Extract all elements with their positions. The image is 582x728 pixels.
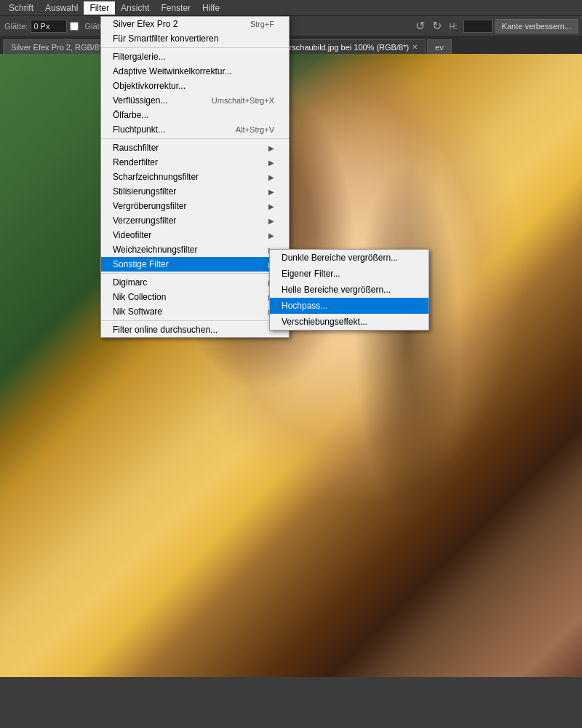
menu-item-label: Filter online durchsuchen... xyxy=(113,325,218,335)
menubar-item-hilfe[interactable]: Hilfe xyxy=(196,1,226,15)
rotate-left-icon[interactable]: ↺ xyxy=(415,19,425,33)
menu-item-label: Rauschfilter xyxy=(113,143,159,153)
tab-label: Silver Efex Pro 2, RGB/8* xyxy=(11,43,102,52)
submenu-arrow-icon: ▶ xyxy=(268,202,274,210)
menu-item-weichzeichnung[interactable]: Weichzeichnungsfilter ▶ xyxy=(101,242,289,257)
submenu-arrow-icon: ▶ xyxy=(268,217,274,225)
menu-item-smartfilter[interactable]: Für Smartfilter konvertieren xyxy=(101,31,289,46)
menu-item-label: Eigener Filter... xyxy=(282,269,340,279)
menu-item-label: Sonstige Filter xyxy=(113,259,169,269)
menubar: Schrift Auswahl Filter Ansicht Fenster H… xyxy=(0,0,582,16)
filter-menu: Silver Efex Pro 2 Strg+F Für Smartfilter… xyxy=(100,16,290,338)
menu-item-label: Für Smartfilter konvertieren xyxy=(113,33,218,44)
menu-item-label: Nik Software xyxy=(113,306,162,317)
menu-item-label: Verschiebungseffekt... xyxy=(282,317,367,327)
menu-item-vergrobern[interactable]: Vergröberungsfilter ▶ xyxy=(101,199,289,213)
menu-item-label: Fluchtpunkt... xyxy=(113,124,165,135)
menu-item-fluchtpunkt[interactable]: Fluchtpunkt... Alt+Strg+V xyxy=(101,122,289,137)
kante-verbessern-button[interactable]: Kante verbessern... xyxy=(495,19,578,33)
menu-item-objektiv[interactable]: Objektivkorrektur... xyxy=(101,79,289,93)
menu-item-label: Digimarc xyxy=(113,277,147,288)
menu-item-label: Ölfarbe... xyxy=(113,110,148,120)
menu-item-label: Silver Efex Pro 2 xyxy=(113,19,178,29)
menu-item-label: Dunkle Bereiche vergrößern... xyxy=(282,253,398,263)
separator-4 xyxy=(101,320,289,321)
h-label: H: xyxy=(450,22,458,31)
menu-item-silver-efex[interactable]: Silver Efex Pro 2 Strg+F xyxy=(101,17,289,31)
menu-item-stilisierung[interactable]: Stilisierungsfilter ▶ xyxy=(101,184,289,199)
glaette-checkbox[interactable] xyxy=(70,22,79,31)
menu-item-helle-bereiche[interactable]: Helle Bereiche vergrößern... xyxy=(270,282,428,298)
menu-item-label: Renderfilter xyxy=(113,157,158,167)
menu-item-label: Nik Collection xyxy=(113,292,166,302)
menu-item-label: Stilisierungsfilter xyxy=(113,186,176,197)
menu-item-digimarc[interactable]: Digimarc ▶ xyxy=(101,275,289,290)
tab-ev[interactable]: ev xyxy=(427,39,452,54)
menu-item-videofilter[interactable]: Videofilter ▶ xyxy=(101,228,289,242)
rotate-right-icon[interactable]: ↻ xyxy=(432,19,442,33)
menu-item-verfluessigen[interactable]: Verflüssigen... Umschalt+Strg+X xyxy=(101,93,289,108)
menu-item-hochpass[interactable]: Hochpass... xyxy=(270,298,428,314)
menu-item-verschiebungseffekt[interactable]: Verschiebungseffekt... xyxy=(270,314,428,330)
sonstige-submenu: Dunkle Bereiche vergrößern... Eigener Fi… xyxy=(269,249,429,331)
menu-item-dunkle-bereiche[interactable]: Dunkle Bereiche vergrößern... xyxy=(270,250,428,266)
toolbar: Glätte: Glättu ↺ ↻ H: Kante verbessern..… xyxy=(0,16,582,36)
menubar-item-fenster[interactable]: Fenster xyxy=(155,1,196,15)
h-input[interactable] xyxy=(463,20,493,33)
submenu-arrow-icon: ▶ xyxy=(268,144,274,152)
tabs-bar: Silver Efex Pro 2, RGB/8* ✕ DSC9740.NEF … xyxy=(0,36,582,54)
tab-vorschau[interactable]: Vorschaubild.jpg bei 100% (RGB/8*) ✕ xyxy=(272,39,426,54)
glaette-input[interactable] xyxy=(31,20,67,33)
menu-item-sonstige[interactable]: Sonstige Filter ▶ xyxy=(101,257,289,272)
menu-item-label: Scharfzeichnungsfilter xyxy=(113,172,199,182)
submenu-arrow-icon: ▶ xyxy=(268,173,274,181)
menu-item-nik-software[interactable]: Nik Software ▶ xyxy=(101,304,289,319)
menu-item-label: Videofilter xyxy=(113,230,151,240)
tab-close-icon[interactable]: ✕ xyxy=(412,43,418,51)
menu-item-label: Weichzeichnungsfilter xyxy=(113,245,198,255)
separator-2 xyxy=(101,138,289,139)
canvas-area xyxy=(0,0,582,677)
menu-item-label: Adaptive Weitwinkelkorrektur... xyxy=(113,66,232,76)
menu-item-label: Verflüssigen... xyxy=(113,95,167,106)
menubar-item-schrift[interactable]: Schrift xyxy=(3,1,39,15)
separator-1 xyxy=(101,47,289,48)
hair-overlay xyxy=(0,0,582,677)
submenu-arrow-icon: ▶ xyxy=(268,232,274,240)
menu-item-label: Hochpass... xyxy=(282,301,327,311)
menu-item-verzerrung[interactable]: Verzerrungsfilter ▶ xyxy=(101,213,289,228)
menubar-item-filter[interactable]: Filter xyxy=(84,1,115,15)
tab-label: Vorschaubild.jpg bei 100% (RGB/8*) xyxy=(280,43,409,52)
menu-item-label: Objektivkorrektur... xyxy=(113,81,186,91)
submenu-arrow-icon: ▶ xyxy=(268,188,274,196)
tab-label: ev xyxy=(435,43,444,52)
menu-item-filter-online[interactable]: Filter online durchsuchen... xyxy=(101,323,289,337)
separator-3 xyxy=(101,273,289,274)
menu-item-label: Vergröberungsfilter xyxy=(113,201,186,211)
menu-item-scharfzeichnung[interactable]: Scharfzeichnungsfilter ▶ xyxy=(101,170,289,184)
menu-item-weitwinkel[interactable]: Adaptive Weitwinkelkorrektur... xyxy=(101,64,289,79)
menu-item-rauschfilter[interactable]: Rauschfilter ▶ xyxy=(101,141,289,155)
menu-item-label: Verzerrungsfilter xyxy=(113,215,176,226)
menu-item-eigener-filter[interactable]: Eigener Filter... xyxy=(270,266,428,282)
submenu-arrow-icon: ▶ xyxy=(268,159,274,167)
menu-item-renderfilter[interactable]: Renderfilter ▶ xyxy=(101,155,289,170)
menu-item-label: Helle Bereiche vergrößern... xyxy=(282,285,391,295)
menu-item-nik-collection[interactable]: Nik Collection ▶ xyxy=(101,290,289,304)
shortcut-label: Alt+Strg+V xyxy=(236,125,274,134)
shortcut-label: Umschalt+Strg+X xyxy=(212,96,274,105)
menu-item-label: Filtergalerie... xyxy=(113,52,166,62)
toolbar-label: Glätte: xyxy=(4,22,28,31)
menubar-item-ansicht[interactable]: Ansicht xyxy=(115,1,155,15)
menubar-item-auswahl[interactable]: Auswahl xyxy=(39,1,84,15)
menu-item-filtergalerie[interactable]: Filtergalerie... xyxy=(101,50,289,64)
shortcut-label: Strg+F xyxy=(250,20,274,28)
menu-item-oelfarbe[interactable]: Ölfarbe... xyxy=(101,108,289,122)
